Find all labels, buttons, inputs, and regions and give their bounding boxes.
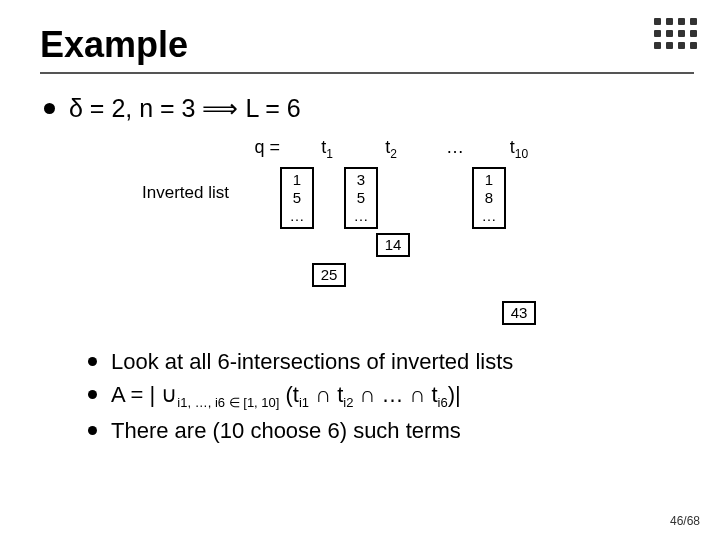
- inverted-list-label: Inverted list: [142, 183, 252, 203]
- list-box-t2: 3 5 …: [344, 167, 378, 229]
- title-underline: [40, 72, 694, 74]
- bullet-line-2: A = | ∪i1, …, i6 ∈ [1, 10] (ti1 ∩ ti2 ∩ …: [88, 380, 684, 412]
- list-box-t10: 1 8 …: [472, 167, 506, 229]
- delta-text: δ = 2,: [69, 94, 139, 122]
- n-text: n = 3: [139, 94, 202, 122]
- t1-header: t1: [310, 137, 344, 161]
- bottom-bullets: Look at all 6-intersections of inverted …: [88, 347, 684, 446]
- value-box-14: 14: [376, 233, 410, 257]
- bullet-icon: [88, 357, 97, 366]
- bullet-icon: [44, 103, 55, 114]
- list-box-gap: [408, 167, 442, 229]
- bullet-icon: [88, 426, 97, 435]
- bullet-line-1: Look at all 6-intersections of inverted …: [88, 347, 684, 377]
- inverted-list-row: Inverted list 1 5 … 3 5 … 1 8 …: [40, 167, 684, 229]
- param-line: δ = 2, n = 3 ⟹ L = 6: [44, 94, 684, 123]
- slide: Example δ = 2, n = 3 ⟹ L = 6 q = t1 t2 ……: [0, 0, 720, 540]
- page-number: 46/68: [670, 514, 700, 528]
- L-text: L = 6: [238, 94, 300, 122]
- title-wrap: Example: [40, 24, 684, 74]
- bullet-icon: [88, 390, 97, 399]
- slide-title: Example: [40, 24, 684, 66]
- bullet-text-1: Look at all 6-intersections of inverted …: [111, 347, 513, 377]
- t10-header: t10: [502, 137, 536, 161]
- q-header-row: q = t1 t2 … t10: [240, 137, 684, 161]
- arrow-icon: ⟹: [202, 94, 238, 122]
- boxes-row: 1 5 … 3 5 … 1 8 …: [280, 167, 506, 229]
- q-label: q =: [240, 137, 280, 158]
- t2-header: t2: [374, 137, 408, 161]
- value-box-43: 43: [502, 301, 536, 325]
- bullet-text-2: A = | ∪i1, …, i6 ∈ [1, 10] (ti1 ∩ ti2 ∩ …: [111, 380, 461, 412]
- bullet-line-3: There are (10 choose 6) such terms: [88, 416, 684, 446]
- value-box-25: 25: [312, 263, 346, 287]
- list-box-t1: 1 5 …: [280, 167, 314, 229]
- dots-header: …: [438, 137, 472, 158]
- bullet-text-3: There are (10 choose 6) such terms: [111, 416, 461, 446]
- param-text: δ = 2, n = 3 ⟹ L = 6: [69, 94, 301, 123]
